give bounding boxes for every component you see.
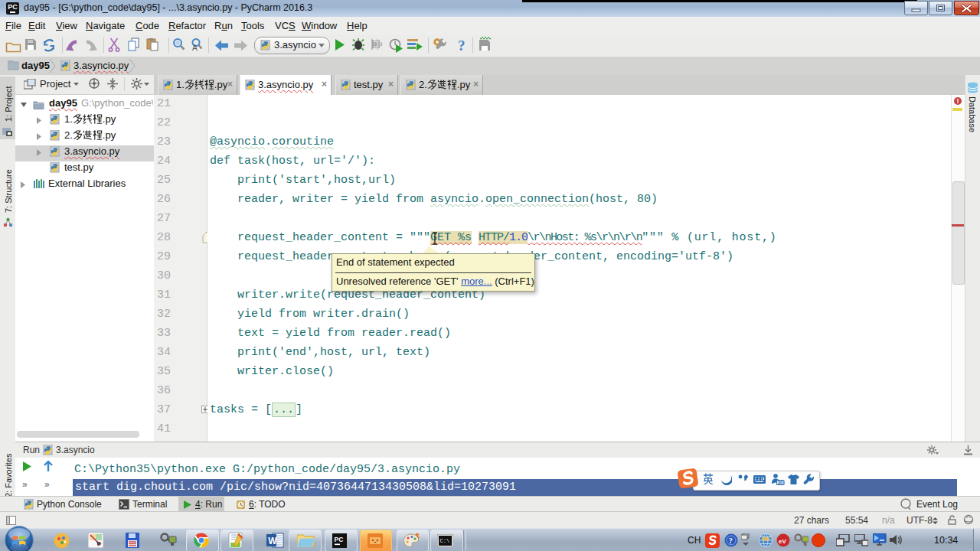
svg-text:PC: PC — [335, 536, 344, 543]
svg-text:eV: eV — [779, 538, 786, 545]
svg-text:C:\: C:\ — [440, 538, 450, 544]
svg-text:?: ? — [729, 536, 733, 545]
svg-text:A: A — [192, 44, 198, 52]
svg-text:?: ? — [458, 37, 466, 54]
svg-text:30: 30 — [778, 480, 784, 485]
svg-text:W: W — [268, 536, 277, 546]
